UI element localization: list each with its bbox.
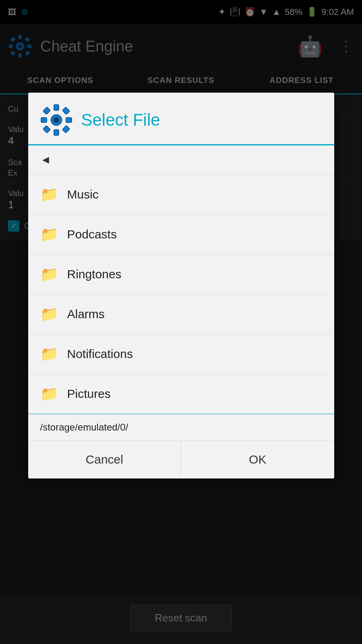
- dialog-logo: [40, 104, 72, 136]
- ok-button[interactable]: OK: [181, 441, 334, 478]
- svg-rect-12: [54, 105, 59, 110]
- folder-icon: 📁: [40, 385, 58, 402]
- file-name: Notifications: [67, 347, 133, 361]
- file-item-notifications[interactable]: 📁 Notifications: [28, 334, 334, 374]
- file-item-podcasts[interactable]: 📁 Podcasts: [28, 215, 334, 255]
- back-button[interactable]: ◄: [40, 153, 52, 166]
- file-name: Pictures: [67, 387, 111, 401]
- folder-icon: 📁: [40, 306, 58, 323]
- file-name: Podcasts: [67, 228, 117, 241]
- svg-rect-13: [54, 130, 59, 135]
- folder-icon: 📁: [40, 186, 58, 203]
- file-name: Music: [67, 188, 99, 201]
- file-list: 📁 Music 📁 Podcasts 📁 Ringtones 📁 Alarms …: [28, 175, 334, 414]
- path-bar: /storage/emulated/0/: [28, 414, 334, 441]
- file-item-pictures[interactable]: 📁 Pictures: [28, 374, 334, 414]
- cancel-button[interactable]: Cancel: [28, 441, 182, 478]
- file-name: Ringtones: [67, 267, 122, 281]
- file-item-alarms[interactable]: 📁 Alarms: [28, 294, 334, 334]
- file-item-ringtones[interactable]: 📁 Ringtones: [28, 255, 334, 294]
- svg-rect-19: [62, 126, 69, 133]
- folder-icon: 📁: [40, 346, 58, 362]
- dialog-buttons: Cancel OK: [28, 441, 334, 478]
- svg-rect-17: [62, 107, 69, 114]
- svg-rect-15: [66, 118, 72, 122]
- file-name: Alarms: [67, 307, 105, 321]
- dialog-overlay: Select File ◄ 📁 Music 📁 Podcasts 📁 Ringt…: [0, 0, 362, 644]
- select-file-dialog: Select File ◄ 📁 Music 📁 Podcasts 📁 Ringt…: [28, 93, 334, 478]
- svg-rect-16: [43, 107, 50, 114]
- svg-rect-14: [41, 118, 47, 122]
- svg-rect-18: [43, 126, 50, 133]
- back-btn-row[interactable]: ◄: [28, 145, 334, 175]
- dialog-header: Select File: [28, 93, 334, 145]
- dialog-title: Select File: [81, 110, 160, 130]
- file-item-music[interactable]: 📁 Music: [28, 175, 334, 215]
- folder-icon: 📁: [40, 266, 58, 283]
- current-path: /storage/emulated/0/: [40, 422, 128, 433]
- svg-point-21: [54, 117, 59, 123]
- folder-icon: 📁: [40, 226, 58, 243]
